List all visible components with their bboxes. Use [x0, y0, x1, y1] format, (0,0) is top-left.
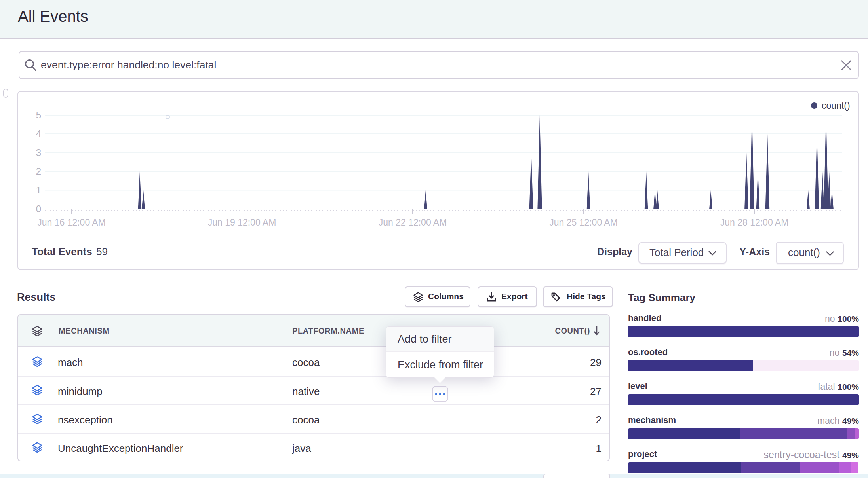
svg-text:Jun 25 12:00 AM: Jun 25 12:00 AM — [549, 217, 618, 228]
svg-text:Jun 22 12:00 AM: Jun 22 12:00 AM — [379, 217, 447, 228]
svg-text:count(): count() — [822, 101, 850, 111]
svg-text:1: 1 — [36, 185, 41, 195]
svg-text:3: 3 — [36, 147, 41, 158]
svg-text:Jun 19 12:00 AM: Jun 19 12:00 AM — [208, 217, 276, 228]
svg-text:0: 0 — [36, 203, 41, 214]
svg-text:4: 4 — [36, 128, 41, 139]
svg-text:Jun 16 12:00 AM: Jun 16 12:00 AM — [37, 217, 106, 228]
svg-text:2: 2 — [36, 166, 41, 176]
svg-text:5: 5 — [36, 110, 41, 120]
svg-text:Jun 28 12:00 AM: Jun 28 12:00 AM — [720, 217, 789, 228]
